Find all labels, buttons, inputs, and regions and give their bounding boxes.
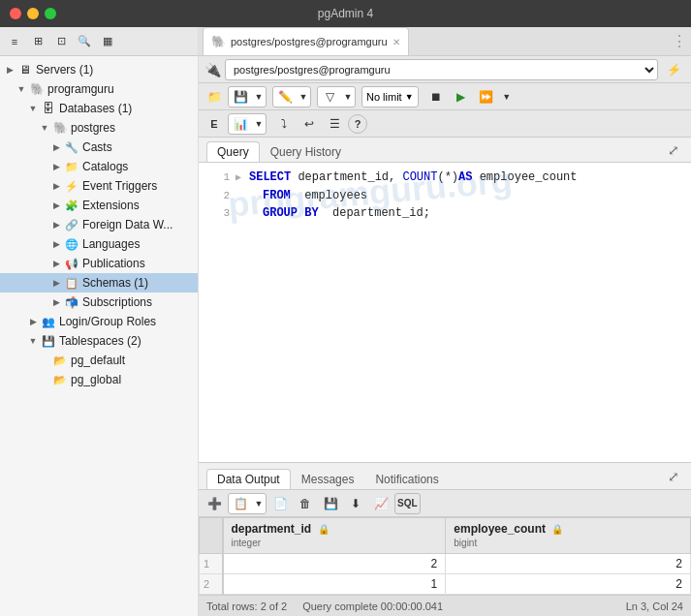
tree-label-schemas: Schemas (1) — [82, 276, 148, 290]
download-button[interactable]: ⬇ — [344, 493, 367, 514]
pg-default-icon: 📂 — [52, 353, 68, 368]
edit-button[interactable]: ✏️ — [273, 86, 297, 108]
commit-button[interactable]: ⤵ — [272, 113, 296, 135]
paste-button[interactable]: 📄 — [268, 493, 292, 514]
tree-item-event-triggers[interactable]: ▶ ⚡ Event Triggers — [0, 176, 198, 196]
maximize-button[interactable] — [45, 8, 56, 19]
col-dept-id-sublabel: integer — [232, 538, 262, 548]
tree-item-login-group[interactable]: ▶ 👥 Login/Group Roles — [0, 312, 198, 331]
connection-select[interactable]: postgres/postgres@programguru — [225, 59, 658, 80]
sql-button[interactable]: SQL — [394, 493, 421, 514]
tree-item-pg-global[interactable]: 📂 pg_global — [0, 370, 198, 389]
query-expand-icon[interactable]: ⤢ — [664, 142, 683, 158]
connect-button[interactable]: ⚡ — [662, 59, 685, 80]
tree-item-catalogs[interactable]: ▶ 📁 Catalogs — [0, 157, 198, 176]
sql-label: SQL — [397, 498, 418, 508]
tab-query[interactable]: Query — [206, 141, 260, 162]
query-tabs: Query Query History ⤢ — [199, 138, 691, 163]
add-row-button[interactable]: ➕ — [203, 493, 226, 514]
tree-label-servers: Servers (1) — [36, 63, 93, 77]
top-tabbar: 🐘 postgres/postgres@programguru ✕ ⋮ — [199, 27, 691, 56]
chevron-icon: ▶ — [50, 180, 62, 192]
tree-item-tablespaces[interactable]: ▼ 💾 Tablespaces (2) — [0, 331, 198, 351]
copy-dropdown-button[interactable]: ▼ — [252, 493, 266, 514]
tab-query-history[interactable]: Query History — [260, 141, 352, 162]
edit-dropdown-button[interactable]: ▼ — [297, 86, 310, 108]
line-arrow-1: ▶ — [236, 169, 249, 187]
delete-button[interactable]: 🗑 — [294, 493, 317, 514]
query-tab[interactable]: 🐘 postgres/postgres@programguru ✕ — [203, 27, 409, 55]
tree-item-languages[interactable]: ▶ 🌐 Languages — [0, 234, 198, 254]
graph-button[interactable]: 📈 — [369, 493, 393, 514]
filter-dropdown-icon: ▼ — [344, 92, 353, 102]
chevron-icon: ▼ — [16, 83, 27, 95]
filter-button[interactable]: ▽ — [318, 86, 341, 108]
tree-item-postgres-db[interactable]: ▼ 🐘 postgres — [0, 118, 198, 138]
rollback-button[interactable]: ↩ — [298, 113, 321, 135]
tree-item-pg-default[interactable]: 📂 pg_default — [0, 351, 198, 370]
copy-button[interactable]: 📋 — [229, 493, 252, 514]
connection-bar: 🔌 postgres/postgres@programguru ⚡ — [199, 56, 691, 83]
servers-icon: 🖥 — [17, 62, 33, 77]
save-dropdown-button[interactable]: ▼ — [252, 86, 266, 108]
col-emp-count-label: employee_count — [454, 522, 546, 536]
run-button[interactable]: ▶ — [450, 86, 473, 108]
analyze-dropdown-button[interactable]: ▼ — [252, 113, 266, 135]
tree-item-databases[interactable]: ▼ 🗄 Databases (1) — [0, 99, 198, 118]
sidebar-search-button[interactable]: 🔍 — [74, 31, 95, 52]
tree-label-postgres-db: postgres — [71, 121, 115, 135]
tree-item-servers[interactable]: ▶ 🖥 Servers (1) — [0, 60, 198, 79]
sidebar: ≡ ⊞ ⊡ 🔍 ▦ ▶ 🖥 Servers (1) — [0, 27, 199, 616]
format-button[interactable]: ☰ — [323, 113, 346, 135]
run-dropdown-button[interactable]: ▼ — [500, 86, 514, 108]
minimize-button[interactable] — [27, 8, 39, 19]
chevron-icon: ▼ — [27, 103, 39, 114]
chevron-icon: ▶ — [27, 316, 39, 327]
tree-item-schemas[interactable]: ▶ 📋 Schemas (1) — [0, 273, 198, 293]
explain-icon: E — [210, 118, 217, 130]
search-icon: 🔍 — [78, 35, 91, 47]
tree-item-casts[interactable]: ▶ 🔧 Casts — [0, 138, 198, 157]
tree-item-subscriptions[interactable]: ▶ 📬 Subscriptions — [0, 293, 198, 312]
explain-button[interactable]: E — [203, 113, 226, 135]
data-table-wrap: department_id 🔒 integer employee_count 🔒… — [199, 517, 691, 595]
sidebar-object-button[interactable]: ≡ — [4, 31, 25, 52]
save-dropdown-icon: ▼ — [255, 92, 264, 102]
tree-item-publications[interactable]: ▶ 📢 Publications — [0, 254, 198, 273]
filter-dropdown-button[interactable]: ▼ — [341, 86, 355, 108]
console-icon: ▦ — [103, 35, 112, 47]
tree-label-subscriptions: Subscriptions — [82, 295, 152, 309]
limit-dropdown[interactable]: No limit ▼ — [361, 86, 419, 108]
help-button[interactable]: ? — [348, 114, 367, 134]
run-step-button[interactable]: ⏩ — [475, 86, 498, 108]
tab-close-button[interactable]: ✕ — [393, 37, 400, 47]
stop-button[interactable]: ⏹ — [424, 86, 448, 108]
copy-dropdown-icon: ▼ — [255, 499, 264, 508]
tab-notifications[interactable]: Notifications — [364, 469, 449, 489]
data-expand-icon[interactable]: ⤢ — [664, 469, 683, 484]
code-editor[interactable]: 1 ▶ SELECT department_id, COUNT (*) AS e… — [199, 163, 691, 462]
open-file-button[interactable]: 📁 — [203, 86, 226, 108]
catalogs-icon: 📁 — [64, 159, 79, 174]
sidebar-table-button[interactable]: ⊞ — [27, 31, 48, 52]
tree-item-programguru[interactable]: ▼ 🐘 programguru — [0, 79, 198, 99]
sidebar-console-button[interactable]: ▦ — [97, 31, 118, 52]
tab-label: postgres/postgres@programguru — [231, 36, 388, 47]
event-triggers-icon: ⚡ — [64, 178, 79, 194]
table-header-row: department_id 🔒 integer employee_count 🔒… — [200, 518, 691, 554]
more-tabs-icon[interactable]: ⋮ — [672, 33, 687, 49]
line-number-1: 1 — [203, 169, 230, 186]
window-controls[interactable] — [10, 8, 56, 19]
tab-messages[interactable]: Messages — [291, 469, 365, 489]
analyze-button[interactable]: 📊 — [229, 113, 252, 135]
kw-count: COUNT — [402, 169, 437, 186]
sidebar-properties-button[interactable]: ⊡ — [50, 31, 72, 52]
tree-item-foreign-data[interactable]: ▶ 🔗 Foreign Data W... — [0, 215, 198, 234]
tabbar-menu[interactable]: ⋮ — [672, 32, 687, 50]
data-toolbar: ➕ 📋 ▼ 📄 🗑 💾 — [199, 490, 691, 517]
tab-data-output[interactable]: Data Output — [206, 469, 291, 489]
save-data-button[interactable]: 💾 — [319, 493, 342, 514]
save-button[interactable]: 💾 — [229, 86, 252, 108]
close-button[interactable] — [10, 8, 21, 19]
tree-item-extensions[interactable]: ▶ 🧩 Extensions — [0, 196, 198, 215]
